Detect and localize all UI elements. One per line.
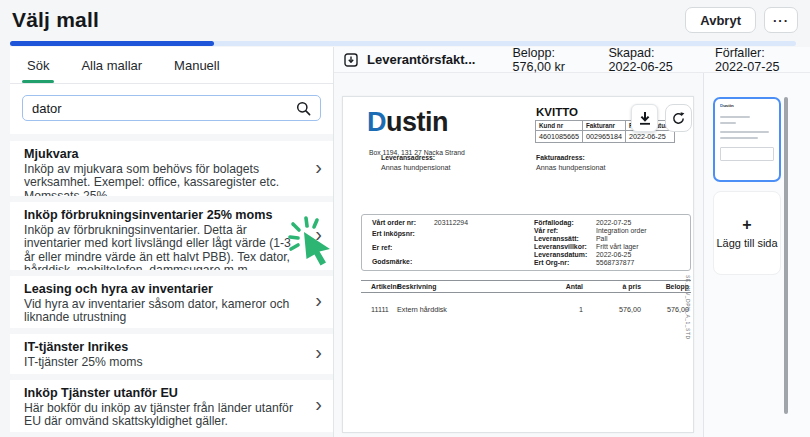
- page-thumbnail[interactable]: Dustin: [713, 97, 781, 182]
- tab-search[interactable]: Sök: [27, 47, 49, 83]
- more-options-button[interactable]: ···: [764, 7, 798, 33]
- cancel-button[interactable]: Avbryt: [685, 7, 756, 33]
- delivery-address-block: Leveransadress: Annas hundpensionat: [381, 154, 451, 172]
- chevron-right-icon: ›: [315, 155, 322, 178]
- template-title: Leasing och hyra av inventarier: [24, 280, 303, 296]
- invoice-document: Dustin Box 1194, 131 27 Nacka Strand KVI…: [342, 96, 694, 433]
- template-title: Inköp förbrukningsinventarier 25% moms: [24, 206, 303, 222]
- document-download-icon: [344, 53, 358, 67]
- template-description: Här bokför du inköp av tjänster från län…: [24, 402, 303, 429]
- invoice-line-items: Artikelnr Beskrivning Antal à pris Belop…: [361, 280, 691, 314]
- template-results-list: Mjukvara Inköp av mjukvara som behövs fö…: [10, 141, 333, 437]
- template-title: IT-tjänster Inrikes: [24, 338, 303, 354]
- download-button[interactable]: [631, 104, 658, 132]
- created-date: Skapad: 2022-06-25: [608, 47, 687, 74]
- search-icon[interactable]: [296, 101, 311, 116]
- progress-fill: [10, 41, 214, 46]
- template-item-mjukvara[interactable]: Mjukvara Inköp av mjukvara som behövs fö…: [10, 141, 333, 196]
- order-info-box: Vårt order nr: 203112294 Ert inköpsnr: E…: [361, 214, 691, 271]
- progress-bar: [10, 41, 796, 46]
- rotate-button[interactable]: [665, 104, 692, 132]
- due-date: Förfaller: 2022-07-25: [715, 47, 796, 74]
- chevron-right-icon: ›: [315, 289, 322, 312]
- tab-all-templates[interactable]: Alla mallar: [81, 47, 142, 83]
- chevron-right-icon: ›: [315, 223, 322, 246]
- template-description: Inköp av mjukvara som behövs för bolaget…: [24, 163, 303, 196]
- template-item-leasing[interactable]: Leasing och hyra av inventarier Vid hyra…: [10, 276, 333, 328]
- invoice-address-block: Fakturaadress: Annas hundpensionat: [536, 154, 606, 172]
- search-box[interactable]: [22, 95, 321, 121]
- document-canvas: Dustin Box 1194, 131 27 Nacka Strand KVI…: [334, 73, 703, 437]
- add-page-button[interactable]: + Lägg till sida: [713, 191, 781, 275]
- search-section: [10, 84, 333, 134]
- invoice-summary-bar: Leverantörsfakt... Belopp: 576,00 kr Ska…: [334, 47, 810, 73]
- line-item-row: 11111 Extern hårddisk 1 576,00 576,00: [361, 305, 691, 314]
- template-description: Inköp av förbrukningsinventarier. Detta …: [24, 224, 303, 270]
- page-thumbnail-rail: Dustin + Lägg till sida: [703, 73, 810, 437]
- amount-value: Belopp: 576,00 kr: [512, 47, 580, 74]
- template-title: Mjukvara: [24, 145, 303, 161]
- document-viewer: Dustin Box 1194, 131 27 Nacka Strand KVI…: [334, 73, 810, 437]
- plus-icon: +: [742, 218, 751, 232]
- chevron-right-icon: ›: [315, 341, 322, 364]
- template-sidebar: Sök Alla mallar Manuell Mjukvara Inköp a…: [10, 47, 334, 437]
- page-header: Välj mall Avbryt ···: [0, 0, 810, 40]
- tab-bar: Sök Alla mallar Manuell: [10, 47, 333, 84]
- search-input[interactable]: [32, 101, 296, 116]
- chevron-right-icon: ›: [315, 393, 322, 416]
- template-description: IT-tjänster 25% moms: [24, 356, 303, 369]
- preview-area: Leverantörsfakt... Belopp: 576,00 kr Ska…: [334, 47, 810, 437]
- template-item-tjanster-utanfor-eu[interactable]: Inköp Tjänster utanför EU Här bokför du …: [10, 380, 333, 432]
- template-description: Vid hyra av inventarier såsom dator, kam…: [24, 298, 303, 325]
- template-title: Inköp Tjänster utanför EU: [24, 384, 303, 400]
- vertical-reference-code: SE_INV_DPN_A_1_STD: [685, 275, 691, 340]
- document-type-label: KVITTO: [536, 106, 578, 118]
- main-content: Sök Alla mallar Manuell Mjukvara Inköp a…: [0, 47, 810, 437]
- tab-manual[interactable]: Manuell: [174, 47, 220, 83]
- template-item-it-tjanster[interactable]: IT-tjänster Inrikes IT-tjänster 25% moms…: [10, 334, 333, 374]
- page-title: Välj mall: [12, 8, 99, 32]
- template-item-forbrukningsinventarier[interactable]: Inköp förbrukningsinventarier 25% moms I…: [10, 202, 333, 270]
- dustin-logo: Dustin: [367, 107, 448, 138]
- scrollbar[interactable]: [784, 97, 788, 414]
- document-name: Leverantörsfakt...: [367, 52, 475, 67]
